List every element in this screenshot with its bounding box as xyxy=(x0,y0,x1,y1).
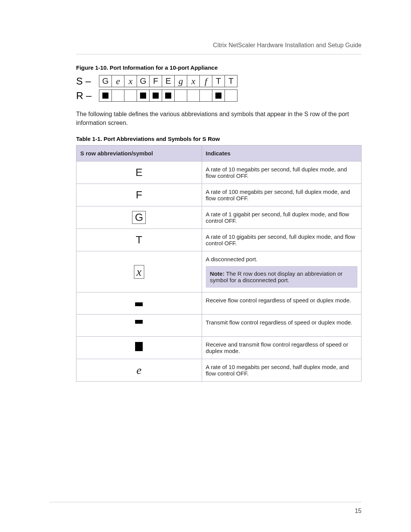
port-r-cell xyxy=(174,89,187,102)
port-s-cell: x xyxy=(124,75,137,87)
rect-bottom-icon xyxy=(134,297,144,307)
table-indicates-cell: Receive flow control regardless of speed… xyxy=(202,292,361,315)
port-r-cell xyxy=(124,89,137,102)
port-r-cell xyxy=(162,89,175,102)
table-row: GA rate of 1 gigabit per second, full du… xyxy=(76,206,362,229)
page-footer: 15 xyxy=(49,502,362,514)
svg-rect-0 xyxy=(135,302,143,306)
table-symbol-cell xyxy=(76,292,202,315)
figure-caption: Figure 1-10. Port Information for a 10-p… xyxy=(76,64,362,71)
page: Citrix NetScaler Hardware Installation a… xyxy=(0,0,411,532)
svg-rect-1 xyxy=(135,320,143,324)
port-s-cell: g xyxy=(174,75,187,87)
table-row: Transmit flow control regardless of spee… xyxy=(76,315,362,337)
note-box: Note: The R row does not display an abbr… xyxy=(206,266,357,288)
rect-top-icon xyxy=(134,319,144,329)
rect-full-icon xyxy=(134,342,144,351)
port-s-lead: S – xyxy=(76,75,99,87)
table-symbol-cell: G xyxy=(76,206,202,229)
table-symbol-cell: E xyxy=(76,161,202,184)
port-r-cell xyxy=(212,89,225,102)
port-s-cell: x xyxy=(187,75,200,87)
port-abbrev-table: S row abbreviation/symbol Indicates EA r… xyxy=(76,145,362,382)
table-row: TA rate of 10 gigabits per second, full … xyxy=(76,229,362,251)
table-symbol-cell: e xyxy=(76,359,202,382)
port-r-cell xyxy=(112,89,124,102)
table-indicates-cell: A disconnected port.Note: The R row does… xyxy=(202,251,361,292)
port-s-cell: E xyxy=(162,75,175,87)
table-header-row: S row abbreviation/symbol Indicates xyxy=(76,145,362,161)
port-s-cell: G xyxy=(137,75,150,87)
table-symbol-cell: T xyxy=(76,229,202,251)
table-row: Receive flow control regardless of speed… xyxy=(76,292,362,315)
port-r-cell xyxy=(225,89,237,102)
table-row: FA rate of 100 megabits per second, full… xyxy=(76,184,362,206)
table-indicates-cell: Transmit flow control regardless of spee… xyxy=(202,315,361,337)
port-r-cell xyxy=(137,89,150,102)
port-r-cell xyxy=(187,89,200,102)
port-s-cell: G xyxy=(99,75,112,87)
table-row: eA rate of 10 megabits per second, half … xyxy=(76,359,362,382)
table-indicates-cell: A rate of 10 megabits per second, half d… xyxy=(202,359,361,382)
svg-rect-2 xyxy=(135,342,143,351)
table-indicates-cell: Receive and transmit flow control regard… xyxy=(202,337,361,359)
port-r-cell xyxy=(149,89,162,102)
port-diagram: S – GexGFEgxfTT R – xyxy=(76,74,362,103)
table-symbol-cell: x xyxy=(76,251,202,292)
table-caption: Table 1-1. Port Abbreviations and Symbol… xyxy=(76,136,362,142)
table-indicates-cell: A rate of 10 megabits per second, full d… xyxy=(202,161,361,184)
table-symbol-cell: F xyxy=(76,184,202,206)
table-symbol-cell xyxy=(76,315,202,337)
table-row: xA disconnected port.Note: The R row doe… xyxy=(76,251,362,292)
port-s-cell: T xyxy=(225,75,237,87)
table-symbol-cell xyxy=(76,337,202,359)
port-s-row: S – GexGFEgxfTT xyxy=(76,74,362,88)
port-r-row: R – xyxy=(76,88,362,103)
table-header-symbol: S row abbreviation/symbol xyxy=(76,145,202,161)
port-s-cell: e xyxy=(112,75,124,87)
port-r-lead: R – xyxy=(76,90,99,102)
port-r-cell xyxy=(199,89,212,102)
port-s-cell: T xyxy=(212,75,225,87)
port-s-cell: F xyxy=(149,75,162,87)
intro-paragraph: The following table defines the various … xyxy=(76,110,362,127)
table-row: Receive and transmit flow control regard… xyxy=(76,337,362,359)
table-indicates-cell: A rate of 10 gigabits per second, full d… xyxy=(202,229,361,251)
table-indicates-cell: A rate of 100 megabits per second, full … xyxy=(202,184,361,206)
port-s-cell: f xyxy=(199,75,212,87)
table-row: EA rate of 10 megabits per second, full … xyxy=(76,161,362,184)
port-r-cell xyxy=(99,89,112,102)
page-number: 15 xyxy=(355,508,362,514)
table-header-indicates: Indicates xyxy=(202,145,361,161)
table-indicates-cell: A rate of 1 gigabit per second, full dup… xyxy=(202,206,361,229)
running-header: Citrix NetScaler Hardware Installation a… xyxy=(76,42,362,54)
